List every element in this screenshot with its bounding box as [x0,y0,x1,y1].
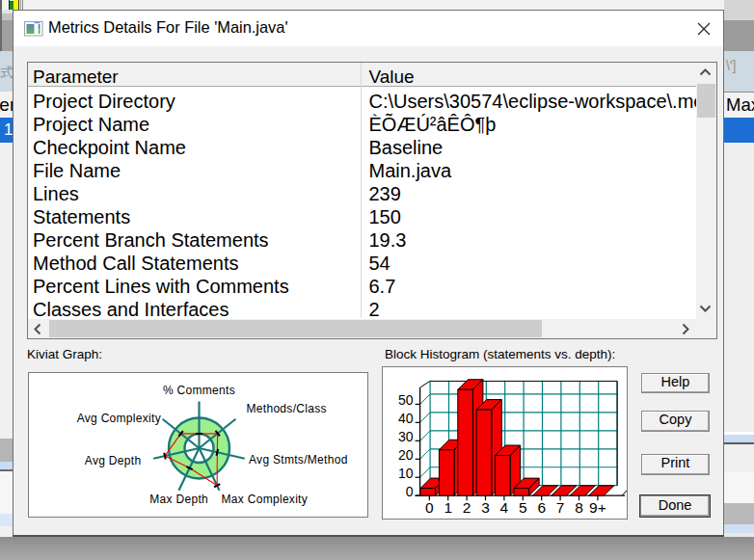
svg-text:20: 20 [398,447,414,463]
svg-text:2: 2 [463,499,471,516]
svg-text:30: 30 [398,429,414,444]
svg-text:9+: 9+ [589,499,606,516]
svg-text:Max Complexity: Max Complexity [222,493,309,506]
svg-text:Methods/Class: Methods/Class [247,402,327,415]
svg-text:8: 8 [575,499,583,516]
svg-text:Avg Stmts/Method: Avg Stmts/Method [249,453,348,467]
svg-text:% Comments: % Comments [163,384,235,397]
svg-text:Avg Complexity: Avg Complexity [77,412,161,425]
svg-text:3: 3 [481,499,490,516]
svg-text:10: 10 [398,466,414,481]
svg-text:Max Depth: Max Depth [149,493,208,506]
svg-text:0: 0 [425,499,434,516]
svg-text:Avg Depth: Avg Depth [85,454,142,467]
svg-text:4: 4 [500,499,509,516]
svg-text:1: 1 [444,499,452,516]
svg-text:50: 50 [398,392,414,408]
svg-text:6: 6 [537,499,546,516]
svg-text:0: 0 [406,484,414,499]
svg-text:5: 5 [519,499,527,516]
svg-text:40: 40 [398,411,414,426]
svg-text:7: 7 [556,499,565,516]
